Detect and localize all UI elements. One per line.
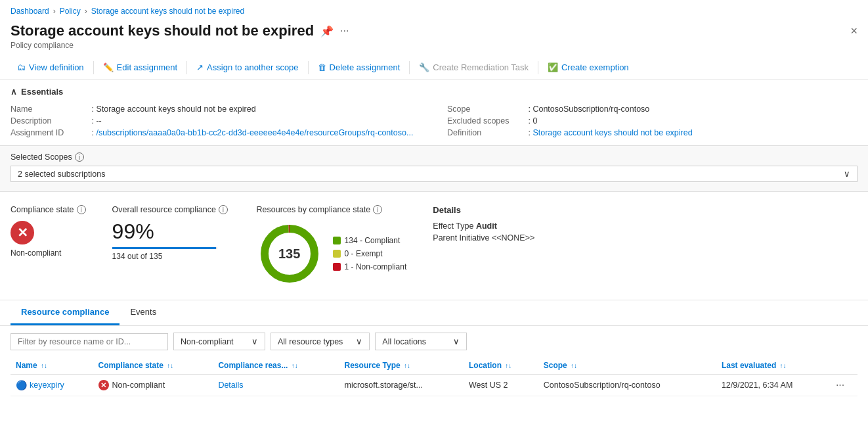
compliance-filter[interactable]: Non-compliant ∨ [173,333,265,350]
resource-type-icon: 🔵 [16,380,27,390]
edit-assignment-button[interactable]: ✏️ Edit assignment [97,59,184,76]
trash-icon: 🗑 [318,62,326,72]
compliance-reason-link[interactable]: Details [218,381,243,390]
legend-compliant-dot [333,237,341,244]
toolbar-separator-3 [308,61,309,74]
tabs-section: Resource compliance Events [0,300,868,326]
tab-events[interactable]: Events [119,300,167,325]
row-more-actions[interactable]: ··· [831,375,857,396]
overall-compliance-block: Overall resource compliance i 99% 134 ou… [112,205,230,261]
overall-info-icon[interactable]: i [219,205,228,214]
by-state-info-icon[interactable]: i [373,205,382,214]
sort-arrows-compliance: ↑↓ [167,362,173,369]
table-header-row: Name ↑↓ Compliance state ↑↓ Compliance r… [11,357,857,375]
chevron-down-icon: ∨ [453,337,460,346]
sort-arrows-evaluated: ↑↓ [780,362,787,369]
col-last-evaluated[interactable]: Last evaluated ↑↓ [716,357,831,375]
row-name: 🔵 keyexpiry [11,375,93,396]
sort-arrows-reason: ↑↓ [292,362,298,369]
percent-value: 99% [112,221,230,242]
pin-icon[interactable]: 📌 [320,25,334,37]
essentials-excluded-row: Excluded scopes : 0 [447,115,857,127]
compliance-state-title: Compliance state i [11,205,86,214]
legend-exempt-dot [333,250,341,258]
essentials-header[interactable]: ∧ Essentials [11,87,857,97]
metrics-section: Compliance state i ✕ Non-compliant Overa… [0,192,868,300]
toolbar-separator-5 [538,61,538,74]
col-compliance-state[interactable]: Compliance state ↑↓ [93,357,213,375]
check-circle-icon: ✅ [548,62,558,72]
nc-dot: ✕ [98,380,109,390]
sort-arrows-type: ↑↓ [404,362,410,369]
row-compliance-state: ✕ Non-compliant [93,375,213,396]
legend-exempt: 0 - Exempt [333,249,407,258]
essentials-grid: Name : Storage account keys should not b… [11,103,857,139]
scopes-info-icon[interactable]: i [75,152,84,162]
resource-type-filter[interactable]: All resource types ∨ [271,333,370,350]
row-location: West US 2 [464,375,538,396]
donut-center-value: 135 [278,246,300,262]
row-resource-type: microsoft.storage/st... [339,375,464,396]
col-actions [831,357,857,375]
row-scope: ContosoSubscription/rq-contoso [538,375,716,396]
table-row: 🔵 keyexpiry ✕ Non-compliant Details micr… [11,375,857,396]
legend-noncompliant-dot [333,263,341,271]
breadcrumb-current[interactable]: Storage account keys should not be expir… [91,7,244,16]
sort-arrows-location: ↑↓ [505,362,511,369]
chevron-down-icon: ∨ [251,337,258,346]
row-more-icon[interactable]: ··· [836,379,844,390]
essentials-section: ∧ Essentials Name : Storage account keys… [0,80,868,146]
compliance-state-info-icon[interactable]: i [77,205,86,214]
scopes-dropdown[interactable]: 2 selected subscriptions ∨ [11,166,857,182]
breadcrumb-policy[interactable]: Policy [60,7,81,16]
essentials-description-row: Description : -- [11,115,421,127]
by-state-title: Resources by compliance state i [257,205,407,214]
details-initiative-row: Parent Initiative <<NONE>> [433,233,534,243]
export-icon: ↗ [196,62,204,72]
assign-scope-button[interactable]: ↗ Assign to another scope [190,59,305,76]
col-location[interactable]: Location ↑↓ [464,357,538,375]
box-icon: 🗂 [17,62,26,72]
collapse-icon: ∧ [11,87,17,97]
non-compliant-icon: ✕ [11,221,34,244]
col-scope[interactable]: Scope ↑↓ [538,357,716,375]
essentials-right: Scope : ContosoSubscription/rq-contoso E… [447,103,857,139]
table-header: Name ↑↓ Compliance state ↑↓ Compliance r… [11,357,857,375]
col-compliance-reason[interactable]: Compliance reas... ↑↓ [213,357,339,375]
sort-arrows-scope: ↑↓ [571,362,577,369]
toolbar-separator [93,61,94,74]
create-remediation-button[interactable]: 🔧 Create Remediation Task [412,59,535,76]
donut-block: Resources by compliance state i 135 [257,205,407,287]
essentials-scope-row: Scope : ContosoSubscription/rq-contoso [447,103,857,115]
create-exemption-button[interactable]: ✅ Create exemption [541,59,636,76]
chevron-down-icon: ∨ [844,169,850,179]
scopes-label: Selected Scopes i [11,152,857,162]
col-name[interactable]: Name ↑↓ [11,357,93,375]
overall-compliance-title: Overall resource compliance i [112,205,230,214]
percent-bar [112,247,217,249]
tab-resource-compliance[interactable]: Resource compliance [11,300,119,325]
donut-legend: 134 - Compliant 0 - Exempt 1 - Non-compl… [333,236,407,271]
row-last-evaluated: 12/9/2021, 6:34 AM [716,375,831,396]
table-body: 🔵 keyexpiry ✕ Non-compliant Details micr… [11,375,857,396]
wrench-icon: 🔧 [419,62,429,72]
essentials-left: Name : Storage account keys should not b… [11,103,421,139]
details-effect-row: Effect Type Audit [433,221,534,231]
breadcrumb-dashboard[interactable]: Dashboard [11,7,49,16]
page-title: Storage account keys should not be expir… [11,22,314,39]
col-resource-type[interactable]: Resource Type ↑↓ [339,357,464,375]
table-section: Name ↑↓ Compliance state ↑↓ Compliance r… [0,357,868,396]
row-compliance-reason: Details [213,375,339,396]
more-options-icon[interactable]: ··· [340,25,349,37]
close-button[interactable]: × [850,24,857,38]
page-subtitle: Policy compliance [0,41,868,55]
view-definition-button[interactable]: 🗂 View definition [11,59,91,76]
location-filter[interactable]: All locations ∨ [375,333,467,350]
search-input[interactable] [11,333,168,350]
sort-arrows-name: ↑↓ [41,362,47,369]
delete-assignment-button[interactable]: 🗑 Delete assignment [311,59,407,76]
toolbar: 🗂 View definition ✏️ Edit assignment ↗ A… [0,55,868,80]
resource-link[interactable]: 🔵 keyexpiry [16,380,88,390]
details-block: Details Effect Type Audit Parent Initiat… [433,205,534,243]
donut-chart: 135 [257,221,322,287]
